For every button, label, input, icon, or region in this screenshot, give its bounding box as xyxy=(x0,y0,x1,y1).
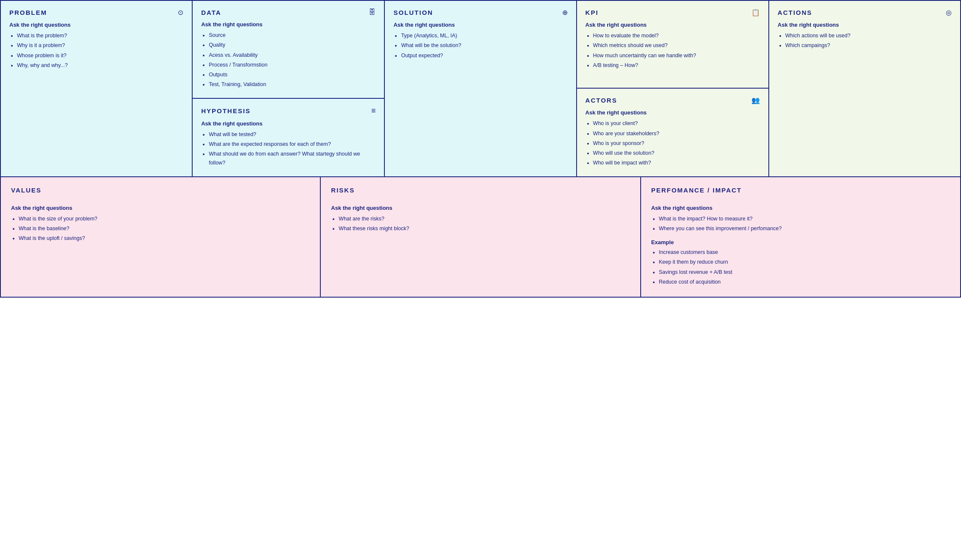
list-item: What is the problem? xyxy=(17,31,183,40)
list-item: How much uncertaintly can we handle with… xyxy=(593,51,760,60)
risks-panel: RISKS Ask the right questions What are t… xyxy=(321,177,641,297)
performance-title: PERFOMANCE / IMPACT xyxy=(651,187,742,194)
list-item: What is the size of your problem? xyxy=(19,215,310,223)
hypothesis-subtitle: Ask the right questions xyxy=(201,120,375,127)
kpi-title: KPI xyxy=(586,9,599,16)
kpi-subtitle: Ask the right questions xyxy=(586,22,760,28)
actions-list: Which actions will be used? Which campai… xyxy=(778,31,952,50)
list-item: Who is your client? xyxy=(593,119,760,128)
kpi-list: How to evaluate the model? Which metrics… xyxy=(586,31,760,70)
list-item: Why is it a problem? xyxy=(17,41,183,50)
solution-subtitle: Ask the right questions xyxy=(393,22,567,28)
main-layout: PROBLEM Ask the right questions What is … xyxy=(0,0,961,298)
list-item: Outputs xyxy=(209,70,375,79)
values-list: What is the size of your problem? What i… xyxy=(11,215,310,243)
list-item: Quality xyxy=(209,41,375,50)
list-item: Savings lost revenue + A/B test xyxy=(659,268,950,277)
users-icon: 👥 xyxy=(751,96,760,104)
hypothesis-panel: HYPOTHESIS ≡ Ask the right questions Wha… xyxy=(193,99,384,176)
bottom-section: VALUES Ask the right questions What is t… xyxy=(1,177,960,297)
list-icon: ≡ xyxy=(371,106,376,115)
list-item: Which campaings? xyxy=(785,41,952,50)
values-panel: VALUES Ask the right questions What is t… xyxy=(1,177,321,297)
list-item: Whose problem is it? xyxy=(17,51,183,60)
list-item: Which actions will be used? xyxy=(785,31,952,40)
hypothesis-header: HYPOTHESIS ≡ xyxy=(201,106,375,115)
risks-subtitle: Ask the right questions xyxy=(331,205,630,211)
solution-title: SOLUTION xyxy=(393,9,433,16)
list-item: What are the risks? xyxy=(339,215,630,223)
performance-list: What is the impact? How to measure it? W… xyxy=(651,215,950,234)
list-item: Why, why and why...? xyxy=(17,61,183,70)
list-item: Increase customers base xyxy=(659,248,950,257)
list-item: What is the uploft / savings? xyxy=(19,234,310,243)
target-icon: ◎ xyxy=(946,8,952,17)
info-icon: ⊕ xyxy=(562,8,568,17)
hypothesis-title: HYPOTHESIS xyxy=(201,107,251,114)
actors-subtitle: Ask the right questions xyxy=(586,109,760,116)
database-icon: 🗄 xyxy=(369,8,375,16)
data-col: DATA 🗄 Ask the right questions Source Qu… xyxy=(193,1,385,176)
list-item: What are the expected responses for each… xyxy=(209,140,375,149)
actions-header: ACTIONS ◎ xyxy=(778,8,952,17)
list-item: Output expected? xyxy=(401,51,567,60)
problem-title: PROBLEM xyxy=(9,9,47,16)
values-subtitle: Ask the right questions xyxy=(11,205,310,211)
data-list: Source Quality Acess vs. Availability Pr… xyxy=(201,31,375,89)
performance-panel: PERFOMANCE / IMPACT Ask the right questi… xyxy=(641,177,960,297)
performance-subtitle: Ask the right questions xyxy=(651,205,950,211)
risks-list: What are the risks? What these risks mig… xyxy=(331,215,630,234)
question-icon xyxy=(178,8,183,17)
actions-subtitle: Ask the right questions xyxy=(778,22,952,28)
list-item: Who is your sponsor? xyxy=(593,139,760,148)
list-item: What will be tested? xyxy=(209,130,375,139)
top-section: PROBLEM Ask the right questions What is … xyxy=(1,1,960,177)
list-item: Acess vs. Availability xyxy=(209,51,375,60)
problem-subtitle: Ask the right questions xyxy=(9,22,183,28)
kpi-col: KPI 📋 Ask the right questions How to eva… xyxy=(577,1,769,176)
kpi-header: KPI 📋 xyxy=(586,8,760,17)
risks-header: RISKS xyxy=(331,187,630,200)
kpi-panel: KPI 📋 Ask the right questions How to eva… xyxy=(577,1,768,89)
problem-list: What is the problem? Why is it a problem… xyxy=(9,31,183,70)
actors-panel: ACTORS 👥 Ask the right questions Who is … xyxy=(577,89,768,176)
problem-header: PROBLEM xyxy=(9,8,183,17)
list-item: Source xyxy=(209,31,375,40)
values-title: VALUES xyxy=(11,187,42,194)
list-item: Type (Analytics, ML, IA) xyxy=(401,31,567,40)
list-item: Test, Training, Validation xyxy=(209,80,375,89)
chart-icon: 📋 xyxy=(751,8,760,17)
list-item: Where you can see this improvement / per… xyxy=(659,224,950,233)
solution-list: Type (Analytics, ML, IA) What will be th… xyxy=(393,31,567,60)
hypothesis-list: What will be tested? What are the expect… xyxy=(201,130,375,168)
list-item: Which metrics should we used? xyxy=(593,41,760,50)
list-item: How to evaluate the model? xyxy=(593,31,760,40)
list-item: A/B testing – How? xyxy=(593,61,760,70)
list-item: What is the impact? How to measure it? xyxy=(659,215,950,223)
list-item: Reduce cost of acquisition xyxy=(659,278,950,287)
actors-header: ACTORS 👥 xyxy=(586,96,760,104)
data-panel: DATA 🗄 Ask the right questions Source Qu… xyxy=(193,1,384,99)
list-item: What will be the solution? xyxy=(401,41,567,50)
values-header: VALUES xyxy=(11,187,310,200)
data-header: DATA 🗄 xyxy=(201,8,375,16)
actions-title: ACTIONS xyxy=(778,9,813,16)
data-title: DATA xyxy=(201,9,221,16)
list-item: Who are your stakeholders? xyxy=(593,129,760,138)
list-item: Process / Transformstion xyxy=(209,61,375,70)
list-item: Keep it them by reduce churn xyxy=(659,258,950,267)
performance-header: PERFOMANCE / IMPACT xyxy=(651,187,950,200)
risks-title: RISKS xyxy=(331,187,355,194)
problem-panel: PROBLEM Ask the right questions What is … xyxy=(1,1,193,176)
example-label: Example xyxy=(651,239,950,245)
actors-title: ACTORS xyxy=(586,97,617,104)
data-subtitle: Ask the right questions xyxy=(201,21,375,28)
list-item: What should we do from each answer? What… xyxy=(209,150,375,168)
actors-list: Who is your client? Who are your stakeho… xyxy=(586,119,760,167)
solution-header: SOLUTION ⊕ xyxy=(393,8,567,17)
list-item: What is the baseline? xyxy=(19,224,310,233)
solution-panel: SOLUTION ⊕ Ask the right questions Type … xyxy=(385,1,577,176)
list-item: What these risks might block? xyxy=(339,224,630,233)
list-item: Who will use the solution? xyxy=(593,149,760,158)
example-list: Increase customers base Keep it them by … xyxy=(651,248,950,287)
